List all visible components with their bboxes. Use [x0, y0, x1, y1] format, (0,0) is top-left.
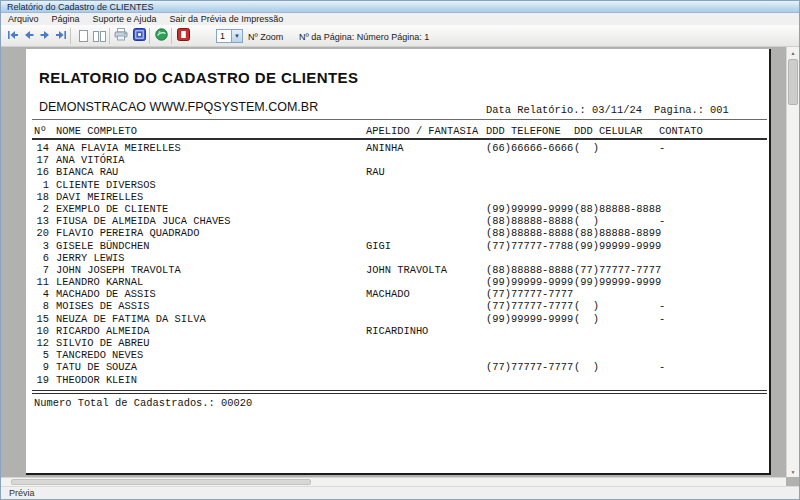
zoom-select[interactable]: 1 ▼	[216, 29, 243, 43]
report-rows: 14ANA FLAVIA MEIRELLESANINHA(66)66666-66…	[26, 142, 771, 386]
title-bar: Relatório do Cadastro de CLIENTES	[1, 1, 799, 13]
report-page-number: Pagina.: 001	[654, 104, 729, 116]
table-row: 11LEANDRO KARNAL(99)99999-9999(99)99999-…	[26, 276, 771, 288]
column-header-contato: CONTATO	[659, 125, 703, 137]
report-date: Data Relatório.: 03/11/24	[486, 104, 642, 116]
table-row: 8MOISES DE ASSIS(77)77777-7777( )-	[26, 300, 771, 312]
last-page-icon	[55, 27, 67, 45]
first-page-icon	[7, 27, 19, 45]
single-page-view-button[interactable]	[75, 28, 91, 44]
toolbar-separator	[149, 28, 150, 44]
print-preview-area: RELATORIO DO CADASTRO DE CLIENTES DEMONS…	[1, 47, 799, 486]
footer-double-rule-bottom	[32, 393, 767, 394]
table-row: 1CLIENTE DIVERSOS	[26, 179, 771, 191]
horizontal-scroll-thumb[interactable]	[11, 479, 311, 485]
table-row: 14ANA FLAVIA MEIRELLESANINHA(66)66666-66…	[26, 142, 771, 154]
column-header-telefone: DDD TELEFONE	[486, 125, 561, 137]
footer-double-rule-top	[32, 390, 767, 391]
header-top-rule	[32, 119, 767, 120]
menu-arquivo[interactable]: Arquivo	[8, 14, 39, 24]
table-row: 9TATU DE SOUZA(77)77777-7777( )-	[26, 361, 771, 373]
page-number-label: Nº da Página: Número Página: 1	[299, 32, 429, 42]
report-page: RELATORIO DO CADASTRO DE CLIENTES DEMONS…	[26, 49, 771, 475]
next-page-button[interactable]	[37, 28, 53, 44]
table-row: 7JOHN JOSEPH TRAVOLTAJOHN TRAVOLTA(88)88…	[26, 264, 771, 276]
table-row: 10RICARDO ALMEIDARICARDINHO	[26, 325, 771, 337]
app-window: Relatório do Cadastro de CLIENTES Arquiv…	[0, 0, 800, 500]
table-row: 16BIANCA RAURAU	[26, 166, 771, 178]
status-text: Prévia	[9, 488, 35, 498]
printer-config-icon	[133, 27, 146, 45]
scroll-up-icon[interactable]: ▲	[787, 47, 799, 58]
two-page-icon	[93, 31, 106, 42]
report-subtitle: DEMONSTRACAO WWW.FPQSYSTEM.COM.BR	[39, 100, 318, 114]
table-row: 18DAVI MEIRELLES	[26, 191, 771, 203]
toolbar-separator	[109, 28, 110, 44]
toolbar-separator	[70, 28, 71, 44]
printer-config-button[interactable]	[131, 28, 147, 44]
window-title: Relatório do Cadastro de CLIENTES	[7, 2, 154, 12]
column-header-celular: DDD CELULAR	[574, 125, 643, 137]
column-header-apelido: APELIDO / FANTASIA	[366, 125, 478, 137]
table-row: 4MACHADO DE ASSISMACHADO(77)77777-7777	[26, 288, 771, 300]
vertical-scrollbar[interactable]: ▲ ▼	[786, 47, 799, 477]
table-row: 13FIUSA DE ALMEIDA JUCA CHAVES(88)88888-…	[26, 215, 771, 227]
menu-bar: Arquivo Página Suporte e Ajuda Sair da P…	[1, 13, 799, 25]
prev-page-button[interactable]	[21, 28, 37, 44]
table-row: 2EXEMPLO DE CLIENTE(99)99999-9999(88)888…	[26, 203, 771, 215]
table-row: 20FLAVIO PEREIRA QUADRADO(88)88888-8888(…	[26, 227, 771, 239]
status-bar: Prévia	[1, 486, 799, 499]
last-page-button[interactable]	[53, 28, 69, 44]
header-bottom-rule	[32, 138, 767, 140]
horizontal-scrollbar[interactable]	[1, 477, 786, 486]
zoom-label: Nº Zoom	[248, 32, 283, 42]
table-row: 3GISELE BÜNDCHENGIGI(77)77777-7788(99)99…	[26, 240, 771, 252]
table-row: 5TANCREDO NEVES	[26, 349, 771, 361]
toolbar-separator	[171, 28, 172, 44]
menu-pagina[interactable]: Página	[52, 14, 80, 24]
prev-page-icon	[23, 27, 35, 45]
column-header-nome: NOME COMPLETO	[56, 125, 137, 137]
table-row: 15NEUZA DE FATIMA DA SILVA(99)99999-9999…	[26, 313, 771, 325]
column-header-num: Nº	[34, 125, 46, 137]
single-page-icon	[79, 30, 88, 42]
scroll-down-icon[interactable]: ▼	[787, 466, 799, 477]
menu-sair-da-previa[interactable]: Sair da Prévia de Impressão	[170, 14, 284, 24]
toolbar: 1 ▼ Nº Zoom Nº da Página: Número Página:…	[1, 25, 799, 47]
globe-button[interactable]	[153, 28, 169, 44]
globe-icon	[155, 27, 168, 45]
zoom-select-value: 1	[217, 31, 231, 41]
two-page-view-button[interactable]	[91, 28, 107, 44]
exit-button[interactable]	[175, 28, 191, 44]
chevron-down-icon[interactable]: ▼	[231, 30, 242, 42]
report-title: RELATORIO DO CADASTRO DE CLIENTES	[39, 69, 358, 86]
exit-icon	[177, 27, 190, 45]
table-row: 17ANA VITÓRIA	[26, 154, 771, 166]
vertical-scroll-thumb[interactable]	[788, 59, 798, 105]
print-button[interactable]	[113, 28, 129, 44]
printer-icon	[114, 27, 128, 45]
first-page-button[interactable]	[5, 28, 21, 44]
report-total: Numero Total de Cadastrados.: 00020	[34, 397, 252, 409]
table-row: 6JERRY LEWIS	[26, 252, 771, 264]
table-row: 19THEODOR KLEIN	[26, 374, 771, 386]
menu-suporte-e-ajuda[interactable]: Suporte e Ajuda	[93, 14, 157, 24]
table-row: 12SILVIO DE ABREU	[26, 337, 771, 349]
next-page-icon	[39, 27, 51, 45]
